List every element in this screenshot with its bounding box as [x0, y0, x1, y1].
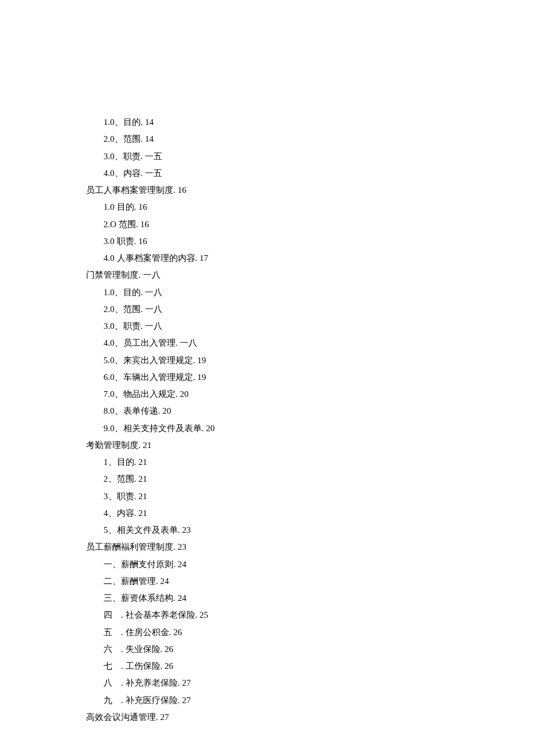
toc-entry: 9.0、相关支持文件及表单. 20 — [86, 420, 535, 437]
toc-entry: 六 . 失业保险. 26 — [86, 641, 535, 658]
toc-entry: 5.0、来宾出入管理规定. 19 — [86, 352, 535, 369]
toc-entry: 3.0 职责. 16 — [86, 233, 535, 250]
toc-entry: 1.0、目的. 14 — [86, 114, 535, 131]
toc-entry: 九 . 补充医疗保险. 27 — [86, 692, 535, 709]
toc-entry: 1、目的. 21 — [86, 454, 535, 471]
toc-entry: 2.0、范围. 一八 — [86, 301, 535, 318]
toc-section: 高效会议沟通管理. 27 — [86, 709, 535, 726]
toc-entry: 3.0、职责. 一八 — [86, 318, 535, 335]
toc-entry: 八 . 补充养老保险. 27 — [86, 675, 535, 691]
toc-section: 考勤管理制度. 21 — [86, 437, 535, 454]
toc-entry: 8.0、表单传递. 20 — [86, 403, 535, 420]
toc-entry: 4.0、员工出入管理. 一八 — [86, 335, 535, 352]
toc-entry: 2、范围. 21 — [86, 471, 535, 488]
toc-entry: 三、薪资体系结构. 24 — [86, 590, 535, 607]
toc-entry: 二、薪酬管理. 24 — [86, 573, 535, 590]
toc-container: 1.0、目的. 14 2.0、范围. 14 3.0、职责. 一五 4.0、内容.… — [86, 114, 535, 726]
toc-entry: 七 . 工伤保险. 26 — [86, 658, 535, 675]
toc-entry: 2.O 范围. 16 — [86, 216, 535, 233]
toc-entry: 四 . 社会基本养老保险. 25 — [86, 607, 535, 624]
toc-entry: 7.0、物品出入规定. 20 — [86, 386, 535, 403]
toc-entry: 6.0、车辆出入管理规定. 19 — [86, 369, 535, 386]
toc-entry: 五 . 住房公积金. 26 — [86, 624, 535, 641]
toc-section: 门禁管理制度. 一八 — [86, 267, 535, 284]
toc-entry: 4、内容. 21 — [86, 505, 535, 522]
toc-entry: 3.0、职责. 一五 — [86, 148, 535, 165]
toc-entry: 2.0、范围. 14 — [86, 131, 535, 148]
toc-entry: 1.0 目的. 16 — [86, 199, 535, 216]
toc-entry: 3、职责. 21 — [86, 488, 535, 505]
toc-section: 员工薪酬福利管理制度. 23 — [86, 539, 535, 556]
toc-entry: 1.0、目的. 一八 — [86, 284, 535, 301]
toc-entry: 4.0 人事档案管理的内容. 17 — [86, 250, 535, 267]
toc-entry: 5、相关文件及表单. 23 — [86, 522, 535, 539]
toc-section: 员工人事档案管理制度. 16 — [86, 182, 535, 199]
toc-entry: 一、薪酬支付原则. 24 — [86, 556, 535, 573]
toc-entry: 4.0、内容. 一五 — [86, 165, 535, 182]
